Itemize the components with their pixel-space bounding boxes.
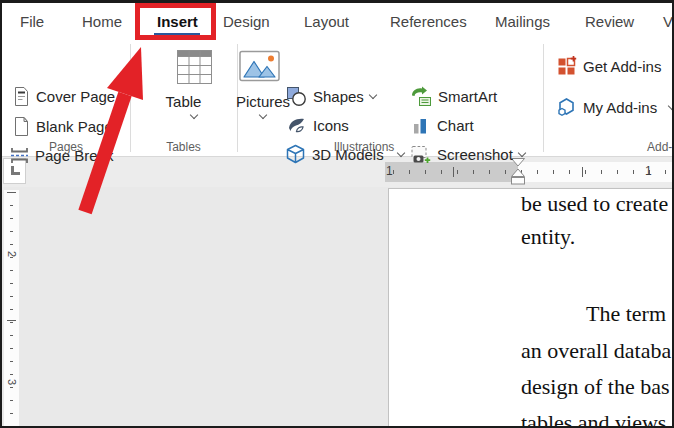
- my-add-ins-button[interactable]: My Add-ins: [556, 96, 674, 118]
- group-tables: Table Tables: [130, 40, 237, 157]
- document-area: 2 3 be used to create entity. The term a…: [2, 187, 672, 426]
- shapes-icon: [286, 86, 307, 107]
- chart-icon: [411, 115, 431, 135]
- smartart-icon: [410, 86, 432, 107]
- chart-button[interactable]: Chart: [411, 114, 474, 136]
- pages-group-label: Pages: [2, 140, 130, 154]
- tables-group-label: Tables: [130, 140, 237, 154]
- insert-tab-highlight-box: [135, 3, 216, 40]
- tab-review[interactable]: Review: [585, 13, 634, 30]
- screenshot-border: [0, 0, 2, 428]
- chevron-down-icon: [190, 111, 198, 119]
- document-page[interactable]: be used to create entity. The term an ov…: [388, 188, 672, 426]
- my-add-ins-icon: [556, 97, 577, 118]
- table-button[interactable]: Table: [130, 40, 237, 152]
- smartart-button[interactable]: SmartArt: [410, 85, 497, 107]
- table-label: Table: [130, 93, 237, 110]
- chevron-down-icon: [120, 90, 128, 98]
- smartart-label: SmartArt: [438, 88, 497, 105]
- addins-group-label: Add-ins: [647, 140, 674, 154]
- document-line: tables and views: [521, 410, 666, 426]
- blank-page-button[interactable]: Blank Page: [12, 115, 113, 137]
- menu-bar: File Home Insert Design Layout Reference…: [2, 3, 672, 40]
- document-line: entity.: [521, 224, 575, 250]
- tab-design[interactable]: Design: [223, 13, 270, 30]
- tab-mailings[interactable]: Mailings: [495, 13, 550, 30]
- tab-file[interactable]: File: [20, 13, 44, 30]
- document-line: an overall databa: [521, 338, 671, 364]
- ruler-ticks: [10, 192, 13, 426]
- ruler-number: 3: [6, 375, 18, 390]
- document-line: The term: [586, 301, 666, 327]
- illustrations-group-label: Illustrations: [237, 140, 491, 154]
- document-line: design of the bas: [521, 374, 669, 400]
- group-illustrations: Pictures Shapes Icons 3D Mod: [237, 40, 543, 157]
- ruler-half-tick: [582, 167, 583, 177]
- blank-page-icon: [12, 116, 30, 137]
- get-add-ins-label: Get Add-ins: [583, 58, 661, 75]
- ruler-number: 1: [645, 164, 652, 178]
- icons-label: Icons: [313, 117, 349, 134]
- cover-page-label: Cover Page: [36, 88, 115, 105]
- ruler-number: 1: [386, 164, 393, 178]
- pictures-button[interactable]: Pictures: [237, 40, 289, 152]
- group-pages: Cover Page Blank Page Page Break Pages: [2, 40, 130, 157]
- word-window: File Home Insert Design Layout Reference…: [0, 0, 674, 428]
- tab-home[interactable]: Home: [82, 13, 122, 30]
- chevron-down-icon: [518, 148, 526, 156]
- ruler-ticks: [393, 170, 674, 174]
- cover-page-icon: [12, 86, 30, 107]
- shapes-button[interactable]: Shapes: [286, 85, 376, 107]
- get-add-ins-button[interactable]: Get Add-ins: [556, 55, 661, 77]
- pictures-icon: [239, 50, 281, 82]
- table-icon: [172, 47, 216, 87]
- ribbon: Cover Page Blank Page Page Break Pages: [2, 40, 672, 157]
- shapes-label: Shapes: [313, 88, 364, 105]
- ruler-number: 2: [6, 247, 18, 262]
- icons-button[interactable]: Icons: [286, 114, 349, 136]
- chevron-down-icon: [259, 111, 267, 119]
- icons-gallery-icon: [286, 115, 307, 136]
- tab-references[interactable]: References: [390, 13, 467, 30]
- chart-label: Chart: [437, 117, 474, 134]
- blank-page-label: Blank Page: [36, 118, 113, 135]
- group-addins: Get Add-ins My Add-ins Add-ins: [543, 40, 674, 157]
- tab-selector-icon: [11, 166, 20, 175]
- my-add-ins-label: My Add-ins: [583, 99, 657, 116]
- ruler-half-tick: [7, 192, 16, 193]
- ruler-half-tick: [7, 320, 16, 321]
- chevron-down-icon: [369, 90, 377, 98]
- ruler-half-tick: [453, 167, 454, 177]
- screenshot-border: [0, 0, 674, 3]
- tab-layout[interactable]: Layout: [304, 13, 349, 30]
- vertical-ruler[interactable]: 2 3: [4, 190, 19, 426]
- cover-page-button[interactable]: Cover Page: [12, 85, 127, 107]
- document-line: be used to create: [521, 191, 668, 217]
- get-add-ins-icon: [556, 56, 577, 77]
